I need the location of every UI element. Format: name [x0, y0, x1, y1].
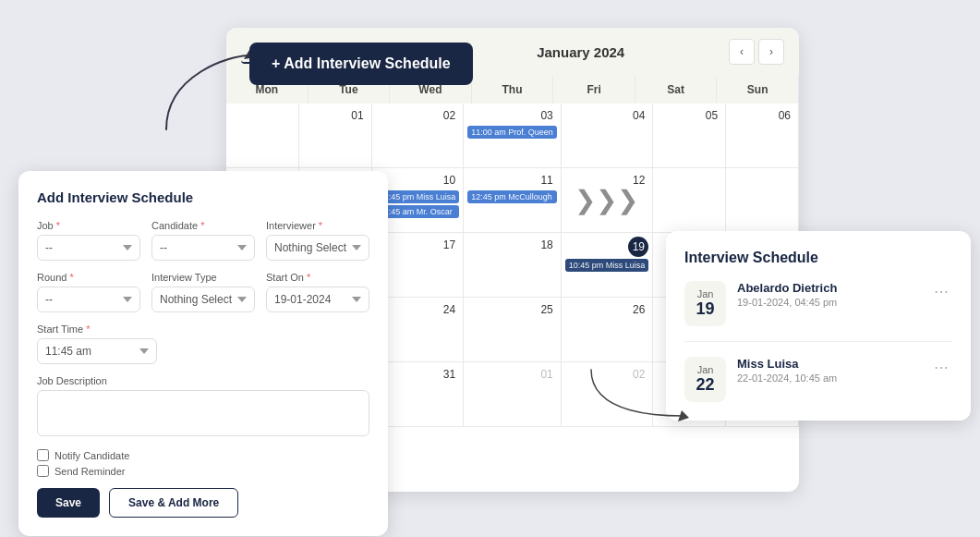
- notify-candidate-checkbox-item[interactable]: Notify Candidate: [37, 449, 369, 461]
- schedule-title: Interview Schedule: [684, 250, 952, 266]
- calendar-cell[interactable]: 19 10:45 pm Miss Luisa: [562, 233, 654, 298]
- form-group-start-on: Start On * 19-01-2024: [266, 272, 369, 312]
- schedule-item-1: Jan 19 Abelardo Dietrich 19-01-2024, 04:…: [684, 281, 952, 342]
- event-badge[interactable]: 11:00 am Prof. Queen: [467, 126, 557, 139]
- schedule-more-btn-2[interactable]: ⋯: [930, 357, 952, 378]
- form-title: Add Interview Schedule: [37, 189, 369, 205]
- form-group-job: Job * --: [37, 220, 140, 261]
- start-time-label: Start Time *: [37, 323, 157, 335]
- form-group-round: Round * --: [37, 272, 140, 312]
- round-label: Round *: [37, 272, 140, 283]
- calendar-month-title: January 2024: [443, 44, 718, 60]
- interviewer-select[interactable]: Nothing Select: [266, 235, 369, 261]
- schedule-item-2: Jan 22 Miss Luisa 22-01-2024, 10:45 am ⋯: [684, 357, 952, 402]
- calendar-cell[interactable]: 06: [726, 104, 799, 168]
- save-button[interactable]: Save: [37, 488, 100, 518]
- interview-type-label: Interview Type: [151, 272, 255, 283]
- schedule-date-box-2: Jan 22: [684, 357, 726, 402]
- job-label: Job *: [37, 220, 140, 231]
- day-header-thu: Thu: [472, 76, 554, 104]
- start-on-label: Start On *: [266, 272, 369, 283]
- form-group-interview-type: Interview Type Nothing Select: [151, 272, 255, 312]
- event-badge[interactable]: 11:45 am Mr. Oscar: [376, 205, 460, 218]
- job-description-textarea[interactable]: [37, 390, 369, 436]
- start-on-select[interactable]: 19-01-2024: [266, 287, 369, 312]
- calendar-prev-btn[interactable]: ‹: [729, 39, 755, 65]
- schedule-day-1: 19: [694, 299, 717, 319]
- send-reminder-checkbox-item[interactable]: Send Reminder: [37, 465, 369, 477]
- schedule-name-1: Abelardo Dietrich: [737, 281, 919, 295]
- calendar-cell[interactable]: 03 11:00 am Prof. Queen: [464, 104, 562, 168]
- calendar-cell[interactable]: 02: [372, 104, 465, 168]
- calendar-cell[interactable]: 01: [464, 362, 562, 427]
- schedule-month-2: Jan: [694, 364, 717, 375]
- schedule-month-1: Jan: [694, 288, 717, 299]
- add-interview-schedule-button[interactable]: + Add Interview Schedule: [249, 43, 473, 85]
- send-reminder-checkbox[interactable]: [37, 465, 49, 477]
- schedule-info-2: Miss Luisa 22-01-2024, 10:45 am: [737, 357, 919, 384]
- calendar-cell[interactable]: 11 12:45 pm McCullough: [464, 168, 562, 233]
- form-row-1: Job * -- Candidate * -- Interviewer * No…: [37, 220, 369, 261]
- calendar-cell[interactable]: 18: [464, 233, 562, 298]
- event-badge[interactable]: 10:45 pm Miss Luisa: [565, 259, 649, 272]
- calendar-cell[interactable]: [653, 168, 726, 233]
- interview-type-select[interactable]: Nothing Select: [151, 287, 255, 312]
- calendar-cell[interactable]: [226, 104, 299, 168]
- calendar-next-btn[interactable]: ›: [758, 39, 784, 65]
- schedule-name-2: Miss Luisa: [737, 357, 919, 371]
- day-header-sat: Sat: [635, 76, 718, 104]
- interviewer-label: Interviewer *: [266, 220, 369, 231]
- schedule-panel: Interview Schedule Jan 19 Abelardo Dietr…: [666, 231, 971, 421]
- form-checkbox-row: Notify Candidate Send Reminder: [37, 449, 369, 477]
- schedule-time-1: 19-01-2024, 04:45 pm: [737, 297, 919, 308]
- form-row-3: Start Time * 11:45 am: [37, 323, 157, 364]
- schedule-more-btn-1[interactable]: ⋯: [930, 281, 952, 302]
- form-group-start-time: Start Time * 11:45 am: [37, 323, 157, 364]
- candidate-label: Candidate *: [151, 220, 255, 231]
- schedule-info-1: Abelardo Dietrich 19-01-2024, 04:45 pm: [737, 281, 919, 308]
- chevron-decoration: ❯❯❯: [575, 185, 638, 215]
- calendar-cell[interactable]: 26: [562, 298, 654, 362]
- calendar-nav: ‹ ›: [729, 39, 784, 65]
- form-group-description: Job Description: [37, 375, 369, 440]
- day-header-fri: Fri: [553, 76, 635, 104]
- event-badge[interactable]: 12:45 pm Miss Luisa: [376, 190, 460, 203]
- round-select[interactable]: --: [37, 287, 140, 312]
- notify-candidate-checkbox[interactable]: [37, 449, 49, 461]
- schedule-day-2: 22: [694, 375, 717, 395]
- calendar-cell[interactable]: 01: [299, 104, 372, 168]
- event-badge[interactable]: 12:45 pm McCullough: [467, 190, 557, 203]
- form-group-interviewer: Interviewer * Nothing Select: [266, 220, 369, 261]
- calendar-cell[interactable]: [726, 168, 799, 233]
- day-header-sun: Sun: [717, 76, 799, 104]
- form-panel: Add Interview Schedule Job * -- Candidat…: [18, 171, 388, 536]
- schedule-date-box-1: Jan 19: [684, 281, 726, 326]
- schedule-time-2: 22-01-2024, 10:45 am: [737, 372, 919, 384]
- calendar-cell[interactable]: 02: [562, 362, 654, 427]
- calendar-cell[interactable]: 05: [653, 104, 726, 168]
- form-group-candidate: Candidate * --: [151, 220, 255, 261]
- calendar-cell[interactable]: 25: [464, 298, 562, 362]
- start-time-select[interactable]: 11:45 am: [37, 338, 157, 364]
- candidate-select[interactable]: --: [151, 235, 255, 261]
- save-add-more-button[interactable]: Save & Add More: [109, 488, 238, 518]
- calendar-cell[interactable]: 04: [562, 104, 654, 168]
- job-description-label: Job Description: [37, 375, 369, 386]
- form-buttons: Save Save & Add More: [37, 488, 369, 518]
- form-row-2: Round * -- Interview Type Nothing Select…: [37, 272, 369, 312]
- job-select[interactable]: --: [37, 235, 140, 261]
